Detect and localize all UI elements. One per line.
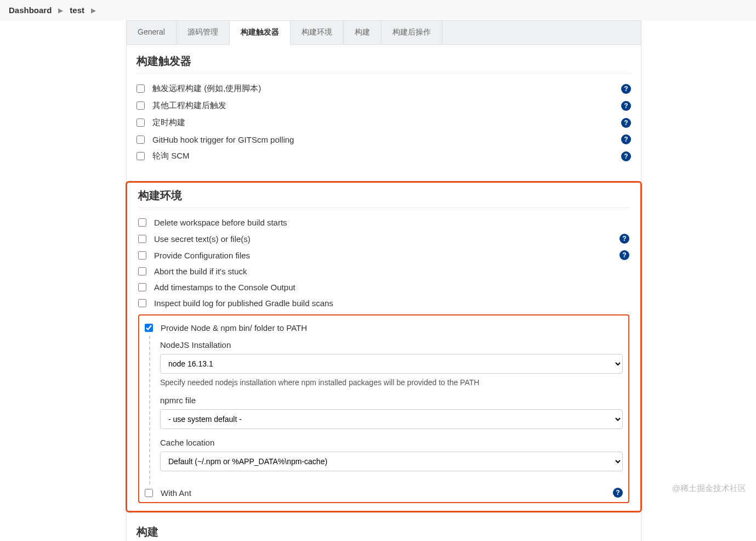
npmrc-label: npmrc file bbox=[160, 396, 623, 405]
tab-scm[interactable]: 源码管理 bbox=[177, 21, 230, 44]
help-icon[interactable]: ? bbox=[613, 488, 623, 498]
env-secret-checkbox[interactable] bbox=[138, 235, 146, 243]
nodejs-install-select[interactable]: node 16.13.1 bbox=[160, 354, 623, 374]
trigger-remote-checkbox[interactable] bbox=[137, 84, 145, 93]
nodejs-install-help: Specify needed nodejs installation where… bbox=[160, 378, 623, 387]
triggers-section: 构建触发器 触发远程构建 (例如,使用脚本) ? 其他工程构建后触发 ? 定时构… bbox=[127, 45, 641, 170]
trigger-github-hook-label[interactable]: GitHub hook trigger for GITScm polling bbox=[152, 135, 621, 144]
env-timestamps-checkbox[interactable] bbox=[138, 283, 146, 291]
env-node-path-label[interactable]: Provide Node & npm bin/ folder to PATH bbox=[161, 323, 623, 333]
triggers-title: 构建触发器 bbox=[137, 54, 631, 74]
env-delete-ws-label[interactable]: Delete workspace before build starts bbox=[154, 218, 629, 227]
trigger-periodic-checkbox[interactable] bbox=[137, 119, 145, 127]
env-with-ant-label[interactable]: With Ant bbox=[161, 488, 613, 498]
env-config-files-checkbox[interactable] bbox=[138, 251, 146, 260]
tab-triggers[interactable]: 构建触发器 bbox=[230, 21, 291, 45]
help-icon[interactable]: ? bbox=[621, 118, 631, 128]
env-secret-label[interactable]: Use secret text(s) or file(s) bbox=[154, 234, 619, 244]
env-abort-stuck-checkbox[interactable] bbox=[138, 267, 146, 275]
help-icon[interactable]: ? bbox=[621, 134, 631, 144]
env-with-ant-checkbox[interactable] bbox=[145, 489, 153, 497]
env-highlight: 构建环境 Delete workspace before build start… bbox=[126, 181, 642, 512]
help-icon[interactable]: ? bbox=[619, 250, 629, 260]
trigger-poll-scm-checkbox[interactable] bbox=[137, 152, 145, 160]
help-icon[interactable]: ? bbox=[621, 151, 631, 161]
env-title: 构建环境 bbox=[138, 188, 629, 208]
breadcrumb-job[interactable]: test bbox=[70, 5, 84, 15]
build-title: 构建 bbox=[137, 525, 631, 541]
nodejs-install-label: NodeJS Installation bbox=[160, 340, 623, 350]
chevron-right-icon: ▶ bbox=[58, 7, 63, 14]
build-section: 构建 增加构建步骤 ▼ 构建后操作 保存 应用 bbox=[127, 522, 641, 541]
help-icon[interactable]: ? bbox=[619, 234, 629, 244]
trigger-github-hook-checkbox[interactable] bbox=[137, 136, 145, 144]
npmrc-select[interactable]: - use system default - bbox=[160, 409, 623, 429]
cache-location-label: Cache location bbox=[160, 438, 623, 447]
trigger-after-other-label[interactable]: 其他工程构建后触发 bbox=[152, 100, 621, 111]
tab-build[interactable]: 构建 bbox=[344, 21, 382, 44]
trigger-remote-label[interactable]: 触发远程构建 (例如,使用脚本) bbox=[152, 83, 621, 94]
env-config-files-label[interactable]: Provide Configuration files bbox=[154, 251, 619, 260]
env-gradle-scan-label[interactable]: Inspect build log for published Gradle b… bbox=[154, 298, 629, 308]
config-tabs: General 源码管理 构建触发器 构建环境 构建 构建后操作 bbox=[126, 20, 641, 44]
cache-location-select[interactable]: Default (~/.npm or %APP_DATA%\npm-cache) bbox=[160, 452, 623, 471]
env-node-path-checkbox[interactable] bbox=[145, 324, 153, 332]
trigger-periodic-label[interactable]: 定时构建 bbox=[152, 117, 621, 128]
tab-general[interactable]: General bbox=[127, 21, 177, 44]
tab-post[interactable]: 构建后操作 bbox=[382, 21, 442, 44]
env-delete-ws-checkbox[interactable] bbox=[138, 218, 146, 227]
env-section: 构建环境 Delete workspace before build start… bbox=[127, 170, 641, 522]
env-gradle-scan-checkbox[interactable] bbox=[138, 299, 146, 307]
help-icon[interactable]: ? bbox=[621, 101, 631, 111]
tab-env[interactable]: 构建环境 bbox=[291, 21, 344, 44]
env-abort-stuck-label[interactable]: Abort the build if it's stuck bbox=[154, 267, 629, 276]
nodejs-config: NodeJS Installation node 16.13.1 Specify… bbox=[149, 336, 623, 484]
env-timestamps-label[interactable]: Add timestamps to the Console Output bbox=[154, 283, 629, 292]
chevron-right-icon: ▶ bbox=[91, 7, 96, 14]
breadcrumb: Dashboard ▶ test ▶ bbox=[0, 0, 756, 20]
config-panel: 构建触发器 触发远程构建 (例如,使用脚本) ? 其他工程构建后触发 ? 定时构… bbox=[126, 44, 641, 541]
breadcrumb-dashboard[interactable]: Dashboard bbox=[9, 5, 52, 15]
watermark: @稀土掘金技术社区 bbox=[672, 483, 746, 494]
trigger-poll-scm-label[interactable]: 轮询 SCM bbox=[152, 151, 621, 161]
help-icon[interactable]: ? bbox=[621, 84, 631, 94]
trigger-after-other-checkbox[interactable] bbox=[137, 102, 145, 110]
env-node-highlight: Provide Node & npm bin/ folder to PATH N… bbox=[138, 314, 629, 503]
